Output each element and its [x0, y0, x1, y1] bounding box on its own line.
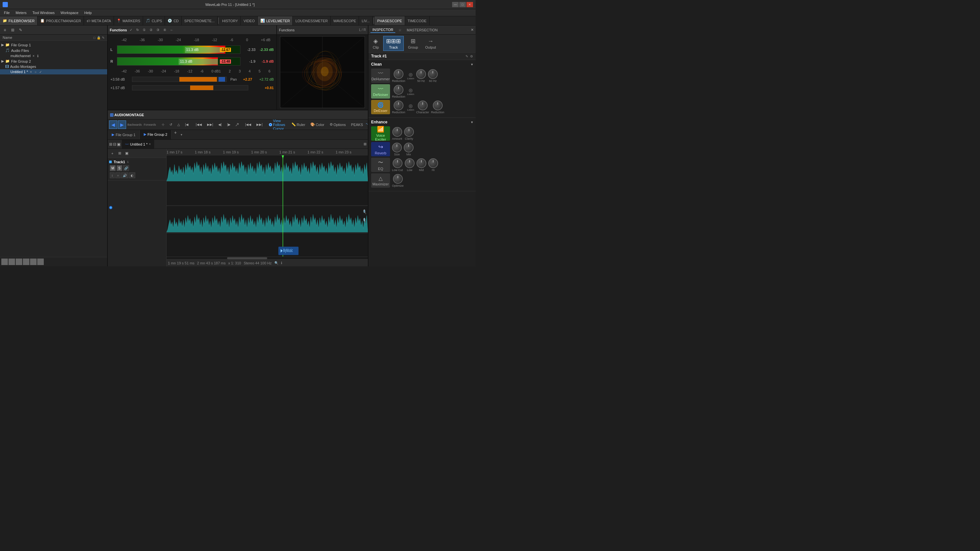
ve-amount-knob[interactable] [392, 127, 402, 137]
mc-right-btn1[interactable]: ⊞ [364, 142, 366, 146]
inspector-tab[interactable]: INSPECTOR [371, 27, 395, 33]
th-collapse-btn[interactable]: ▣ [124, 150, 130, 157]
maximize-button[interactable]: □ [459, 2, 466, 7]
lp-btn1[interactable]: ① [142, 28, 147, 32]
tree-untitled1[interactable]: Untitled 1 * × ○ ✓ [0, 69, 107, 75]
voiceexciter-btn[interactable]: 📶 Voice Exciter [371, 126, 390, 141]
color-sq-2[interactable] [8, 259, 15, 265]
mtb-tool1[interactable]: ⊹ [159, 121, 167, 129]
mc-info-btn[interactable]: ℹ [37, 54, 39, 58]
tab-history[interactable]: HISTORY [220, 16, 241, 25]
menu-workspace[interactable]: Workspace [58, 10, 81, 15]
mtb-forwards[interactable]: ▶ [118, 121, 126, 129]
color-sq-5[interactable] [30, 259, 37, 265]
tab-markers[interactable]: 📍 MARKERS [114, 16, 143, 25]
mc-collapse-btn[interactable]: ⊟ [113, 142, 116, 146]
ut1-circle-btn[interactable]: ○ [34, 70, 37, 74]
fg-tab-add[interactable]: + [172, 130, 179, 140]
dehummer-reduction-knob[interactable] [394, 69, 403, 79]
denoiser-btn[interactable]: 〰 DeNoiser [371, 84, 390, 98]
cursor-view-option[interactable]: View Follows Cursor [269, 119, 285, 130]
reverb-mix-knob[interactable] [404, 143, 414, 152]
lp-refresh-btn[interactable]: ↻ [135, 28, 140, 32]
window-controls[interactable]: — □ ✕ [452, 2, 473, 7]
reverb-size-knob[interactable] [392, 143, 402, 152]
browser-tool-2[interactable]: ⊞ [9, 27, 16, 33]
menu-file[interactable]: File [1, 10, 13, 15]
mtb-options[interactable]: ⚙ Options [327, 121, 348, 129]
color-sq-1[interactable] [1, 259, 8, 265]
mtb-next[interactable]: |▶ [225, 121, 233, 129]
mtb-prev-mark[interactable]: |◀◀ [193, 121, 204, 129]
track-edit-button[interactable]: ✎ [466, 54, 468, 58]
deesser-reduction-knob[interactable] [394, 100, 403, 110]
insp-clip-tab[interactable]: ◈ Clip [370, 36, 382, 51]
mtb-next-mark[interactable]: ▶▶| [205, 121, 216, 129]
tc-pan-btn[interactable]: ◐ [129, 172, 135, 178]
ut1-close-btn[interactable]: × [29, 70, 33, 74]
mc-settings-btn[interactable]: ▣ [117, 142, 121, 146]
insp-group-tab[interactable]: ⊞ Group [405, 36, 421, 51]
tab-phasescope[interactable]: PHASESCOPE [375, 16, 405, 25]
cursor-view-radio[interactable] [269, 123, 272, 126]
reverb-btn[interactable]: ↪ Reverb [371, 142, 390, 156]
color-sq-6[interactable] [37, 259, 44, 265]
menu-help[interactable]: Help [82, 10, 94, 15]
mtb-backwards[interactable]: ◀ [109, 121, 117, 129]
tab-clips[interactable]: 🎵 CLIPS [143, 16, 165, 25]
max-optimize-knob[interactable] [393, 174, 403, 184]
denoiser-listen-btn[interactable]: ◎ Listen [407, 87, 414, 96]
tab-liv[interactable]: LIV... [359, 16, 373, 25]
deesser-btn[interactable]: 🌀 DeEsser [371, 100, 390, 114]
tab-wavescope[interactable]: WAVESCOPE [331, 16, 359, 25]
menu-meters[interactable]: Meters [13, 10, 29, 15]
tc-mute-btn[interactable]: M [110, 165, 116, 171]
dehummer-50hz-knob[interactable] [416, 69, 426, 79]
mc-expand-btn[interactable]: ⊞ [109, 142, 112, 146]
tc-solo-icon[interactable]: ○ [115, 172, 121, 178]
tc-collapse-btn[interactable]: ↕ [110, 172, 115, 178]
browser-tool-1[interactable]: ≡ [1, 27, 8, 33]
th-expand-btn[interactable]: ⊞ [116, 150, 123, 157]
tab-spectrometer[interactable]: SPECTROMETE... [181, 16, 218, 25]
close-button[interactable]: ✕ [466, 2, 473, 7]
color-sq-4[interactable] [23, 259, 29, 265]
fg-tab-more[interactable]: ▾ [179, 133, 184, 137]
lp-btn4[interactable]: ④ [162, 28, 167, 32]
mtb-pb2[interactable]: ▶▶| [254, 121, 265, 129]
track-settings-btn[interactable]: ⚙ [470, 54, 473, 58]
tree-filegroup2[interactable]: ▶ 📁 File Group 2 [0, 59, 107, 64]
mtb-tool2[interactable]: ↺ [167, 121, 175, 129]
horizontal-scrollbar[interactable] [167, 257, 368, 259]
fg-tab-1[interactable]: ▶ File Group 1 [108, 130, 140, 140]
tc-link-icon[interactable]: 🔗 [123, 165, 129, 171]
fg-tab-2[interactable]: ▶ File Group 2 [140, 130, 172, 140]
mastersection-tab[interactable]: MASTERSECTION [405, 27, 440, 33]
scrollbar-thumb[interactable] [227, 257, 267, 259]
mtb-tool3[interactable]: △ [175, 121, 182, 129]
tab-metadata[interactable]: 🏷 META DATA [84, 16, 114, 25]
inspector-close-btn[interactable]: ✕ [471, 28, 474, 32]
clean-toggle-btn[interactable]: ▾ [471, 62, 473, 67]
tab-levelmeter[interactable]: 📊 LEVELMETER [258, 16, 293, 25]
lp-btn3[interactable]: ③ [155, 28, 161, 32]
lp-checkmark-btn[interactable]: ✓ [128, 28, 134, 32]
mtb-pb1[interactable]: |◀◀ [243, 121, 254, 129]
tab-filebrowser[interactable]: 📁 FILEBROWSER [0, 16, 38, 25]
ve-clarity-knob[interactable] [404, 127, 414, 137]
lp-arrow-btn[interactable]: ← [169, 28, 175, 32]
tab-loudnessmeter[interactable]: LOUDNESSMETER [293, 16, 331, 25]
dehummer-60hz-knob[interactable] [428, 69, 438, 79]
mc-close-btn[interactable]: × [32, 54, 35, 58]
cursor-arrow-icon[interactable]: ↗ [234, 121, 240, 128]
dehummer-listen-btn[interactable]: ◎ Listen [407, 72, 414, 80]
info-icon[interactable]: ℹ [281, 261, 282, 265]
lp-btn2[interactable]: ② [148, 28, 154, 32]
eq-lowcut-knob[interactable] [393, 158, 402, 168]
tab-projectmanager[interactable]: 📋 PROJECTMANAGER [38, 16, 84, 25]
tab-video[interactable]: VIDEO [241, 16, 258, 25]
tc-solo-btn[interactable]: S [117, 165, 122, 171]
deesser-character-knob[interactable] [418, 100, 428, 110]
maximizer-btn[interactable]: △ Maximizer [371, 173, 390, 188]
zoom-icon[interactable]: 🔍 [274, 261, 278, 265]
